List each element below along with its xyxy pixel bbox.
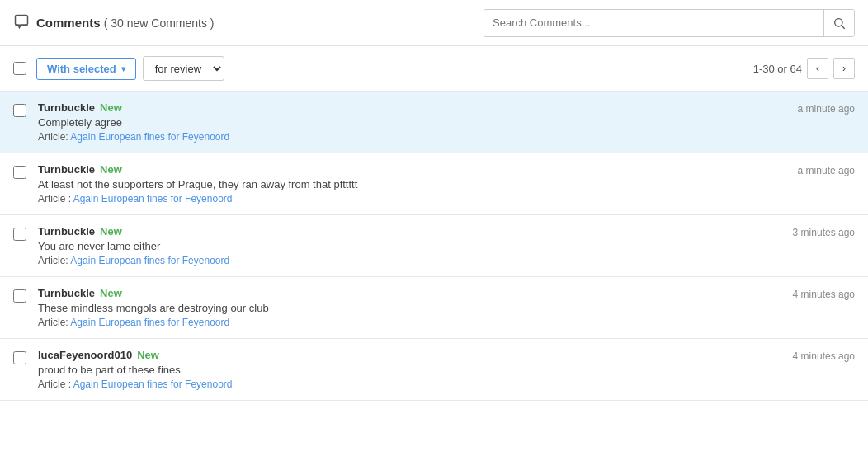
article-line-1: Article : Again European fines for Feyen… (38, 193, 785, 204)
prev-icon: ‹ (816, 63, 819, 74)
page-title: Comments ( 30 new Comments ) (36, 16, 215, 30)
new-badge-3: New (100, 287, 122, 299)
comment-time-4: 4 minutes ago (793, 350, 855, 362)
new-badge-2: New (100, 225, 122, 237)
svg-line-2 (842, 26, 845, 29)
new-badge-0: New (100, 101, 122, 114)
comment-text-0: Completely agree (38, 116, 785, 129)
comment-author-line-4: lucaFeyenoord010 New (38, 349, 780, 361)
pagination-text: 1-30 or 64 (753, 63, 802, 75)
comment-checkbox-3[interactable] (13, 289, 26, 303)
with-selected-label: With selected (47, 63, 116, 75)
author-name-1: Turnbuckle (38, 163, 95, 176)
article-line-2: Article: Again European fines for Feyeno… (38, 255, 780, 266)
new-badge-1: New (100, 163, 122, 176)
comment-checkbox-0[interactable] (13, 104, 26, 117)
next-page-button[interactable]: › (833, 58, 855, 79)
article-link-1[interactable]: Again European fines for Feyenoord (73, 193, 233, 204)
author-name-3: Turnbuckle (38, 287, 95, 299)
comment-time-1: a minute ago (798, 165, 855, 176)
next-icon: › (842, 63, 846, 74)
article-line-3: Article: Again European fines for Feyeno… (38, 317, 780, 328)
new-badge-4: New (137, 349, 159, 361)
pagination: 1-30 or 64 ‹ › (753, 58, 855, 79)
comment-checkbox-4[interactable] (13, 351, 26, 364)
article-line-0: Article: Again European fines for Feyeno… (38, 131, 785, 143)
title-text: Comments (36, 16, 101, 30)
comment-text-2: You are never lame either (38, 240, 780, 252)
comment-count: ( 30 new Comments ) (104, 16, 215, 30)
comment-time-3: 4 minutes ago (793, 289, 855, 300)
comment-row: Turnbuckle New Completely agree Article:… (0, 92, 868, 153)
comment-list: Turnbuckle New Completely agree Article:… (0, 92, 868, 401)
toolbar: With selected ▾ for review approve rejec… (0, 46, 868, 92)
comment-text-3: These mindless mongols are destroying ou… (38, 302, 780, 314)
comment-author-line-0: Turnbuckle New (38, 101, 785, 114)
comment-checkbox-2[interactable] (13, 228, 26, 241)
comment-row: Turnbuckle New At least not the supporte… (0, 153, 868, 215)
chevron-down-icon: ▾ (121, 64, 125, 73)
search-input[interactable] (484, 10, 823, 36)
article-link-0[interactable]: Again European fines for Feyenoord (70, 131, 229, 143)
comment-checkbox-1[interactable] (13, 166, 26, 179)
article-link-3[interactable]: Again European fines for Feyenoord (70, 317, 229, 328)
comment-body-2: Turnbuckle New You are never lame either… (38, 225, 780, 266)
comment-text-1: At least not the supporters of Prague, t… (38, 178, 785, 190)
svg-point-1 (835, 18, 842, 26)
comment-icon (13, 13, 30, 32)
page-header: Comments ( 30 new Comments ) (0, 0, 868, 46)
author-name-2: Turnbuckle (38, 225, 95, 237)
comment-time-0: a minute ago (798, 103, 855, 115)
header-left: Comments ( 30 new Comments ) (13, 13, 215, 32)
comment-author-line-1: Turnbuckle New (38, 163, 785, 176)
comment-row: Turnbuckle New You are never lame either… (0, 215, 868, 277)
article-line-4: Article : Again European fines for Feyen… (38, 378, 780, 390)
comment-row: Turnbuckle New These mindless mongols ar… (0, 277, 868, 339)
comment-author-line-3: Turnbuckle New (38, 287, 780, 299)
article-link-2[interactable]: Again European fines for Feyenoord (70, 255, 229, 266)
author-name-0: Turnbuckle (38, 101, 95, 114)
with-selected-button[interactable]: With selected ▾ (36, 58, 136, 80)
search-button[interactable] (823, 10, 854, 36)
comment-row: lucaFeyenoord010 New proud to be part of… (0, 339, 868, 401)
article-link-4[interactable]: Again European fines for Feyenoord (73, 378, 233, 390)
author-name-4: lucaFeyenoord010 (38, 349, 132, 361)
select-all-checkbox[interactable] (13, 62, 26, 75)
review-select[interactable]: for review approve reject delete (143, 56, 224, 81)
comment-author-line-2: Turnbuckle New (38, 225, 780, 237)
comment-text-4: proud to be part of these fines (38, 364, 780, 376)
svg-rect-0 (16, 16, 28, 26)
comment-body-1: Turnbuckle New At least not the supporte… (38, 163, 785, 204)
comment-body-3: Turnbuckle New These mindless mongols ar… (38, 287, 780, 328)
prev-page-button[interactable]: ‹ (807, 58, 828, 79)
comment-body-0: Turnbuckle New Completely agree Article:… (38, 101, 785, 143)
comment-time-2: 3 minutes ago (793, 227, 855, 238)
comment-body-4: lucaFeyenoord010 New proud to be part of… (38, 349, 780, 390)
search-bar (484, 9, 855, 37)
